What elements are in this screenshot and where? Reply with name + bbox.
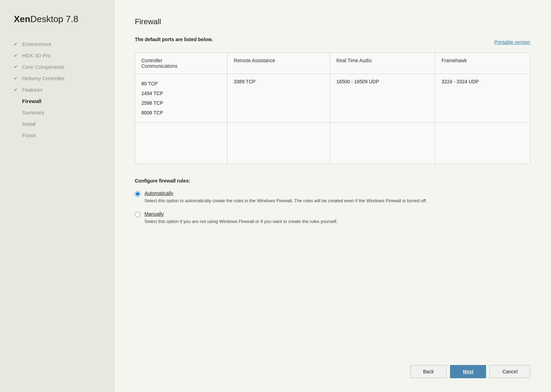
- ports-subtitle: The default ports are listed below.: [135, 37, 213, 42]
- sidebar-item-firewall[interactable]: ✔ Firewall: [14, 95, 103, 107]
- sidebar-item-install[interactable]: ✔ Install: [14, 118, 103, 130]
- col-header-remote-assistance: Remote Assistance: [227, 53, 330, 74]
- sidebar-item-summary[interactable]: ✔ Summary: [14, 107, 103, 118]
- col-header-real-time-audio: Real Time Audio: [330, 53, 435, 74]
- col-header-framehawk: Framehawk: [435, 53, 530, 74]
- ports-real-time-audio: 16500 - 16509 UDP: [330, 74, 435, 123]
- sidebar-item-label: Environment: [22, 41, 51, 47]
- printable-version-link[interactable]: Printable version: [494, 39, 530, 45]
- config-title: Configure firewall rules:: [135, 178, 530, 184]
- sidebar-item-label: Firewall: [22, 98, 41, 104]
- col-header-controller-comm: ControllerCommunications: [135, 53, 227, 74]
- radio-auto-desc: Select this option to automatically crea…: [144, 197, 427, 204]
- sidebar-item-label: Summary: [22, 110, 44, 115]
- app-title: XenDesktop 7.8: [14, 14, 103, 25]
- check-icon: ✔: [14, 41, 19, 47]
- sidebar-item-label: Features: [22, 87, 43, 93]
- radio-auto-label[interactable]: Automatically Select this option to auto…: [144, 190, 427, 204]
- empty-cell-2: [227, 123, 330, 164]
- ports-framehawk: 3224 - 3324 UDP: [435, 74, 530, 123]
- check-icon: ✔: [14, 53, 19, 58]
- ports-table: ControllerCommunications Remote Assistan…: [135, 53, 530, 164]
- app-title-bold: Xen: [14, 14, 30, 24]
- radio-manual-desc: Select this option if you are not using …: [144, 218, 338, 225]
- check-icon: ✔: [14, 76, 19, 81]
- check-icon: ✔: [14, 87, 19, 92]
- radio-manual[interactable]: [135, 212, 140, 217]
- sidebar-item-delivery-controller[interactable]: ✔ Delivery Controller: [14, 73, 103, 84]
- radio-manual-label[interactable]: Manually Select this option if you are n…: [144, 211, 338, 225]
- sidebar-item-label: Delivery Controller: [22, 75, 65, 81]
- radio-auto[interactable]: [135, 191, 140, 197]
- next-button[interactable]: Next: [450, 365, 486, 378]
- sidebar-item-hdx3dpro[interactable]: ✔ HDX 3D Pro: [14, 50, 103, 61]
- radio-option-manual: Manually Select this option if you are n…: [135, 211, 530, 225]
- nav-list: ✔ Environment ✔ HDX 3D Pro ✔ Core Compon…: [14, 38, 103, 141]
- sidebar-item-label: Core Components: [22, 64, 64, 70]
- sidebar-item-core-components[interactable]: ✔ Core Components: [14, 61, 103, 73]
- main-content: Firewall The default ports are listed be…: [114, 0, 551, 392]
- config-section: Configure firewall rules: Automatically …: [135, 178, 530, 232]
- empty-cell-3: [330, 123, 435, 164]
- subtitle-row: The default ports are listed below. Prin…: [135, 37, 530, 47]
- back-button[interactable]: Back: [410, 365, 447, 378]
- button-row: Back Next Cancel: [135, 358, 530, 378]
- sidebar-item-features[interactable]: ✔ Features: [14, 84, 103, 95]
- ports-remote-assistance: 3389 TCP: [227, 74, 330, 123]
- sidebar-item-label: Install: [22, 121, 36, 127]
- sidebar-item-environment[interactable]: ✔ Environment: [14, 38, 103, 50]
- sidebar-item-finish[interactable]: ✔ Finish: [14, 130, 103, 141]
- sidebar-item-label: Finish: [22, 132, 36, 138]
- empty-cell-1: [135, 123, 227, 164]
- app-title-regular: Desktop 7.8: [30, 14, 78, 24]
- page-title: Firewall: [135, 17, 530, 26]
- radio-option-auto: Automatically Select this option to auto…: [135, 190, 530, 204]
- ports-controller-comm: 80 TCP1494 TCP2598 TCP8008 TCP: [135, 74, 227, 123]
- cancel-button[interactable]: Cancel: [489, 365, 530, 378]
- radio-auto-title: Automatically: [144, 190, 173, 196]
- radio-manual-title: Manually: [144, 211, 164, 217]
- check-icon: ✔: [14, 64, 19, 69]
- empty-cell-4: [435, 123, 530, 164]
- sidebar-item-label: HDX 3D Pro: [22, 53, 51, 58]
- sidebar: XenDesktop 7.8 ✔ Environment ✔ HDX 3D Pr…: [0, 0, 114, 392]
